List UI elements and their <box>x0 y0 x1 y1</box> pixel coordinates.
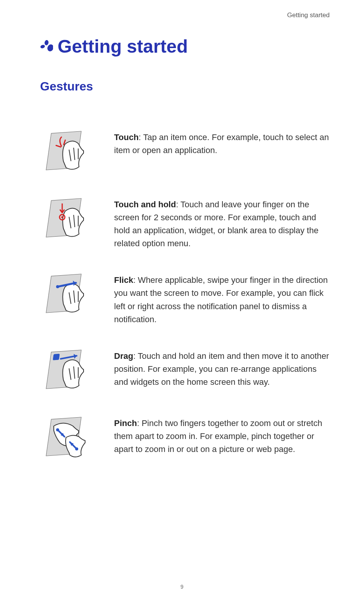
gesture-row-flick: Flick: Where applicable, swipe your fing… <box>42 271 330 326</box>
touch-hold-gesture-icon <box>42 196 92 242</box>
gesture-row-drag: Drag: Touch and hold an item and then mo… <box>42 347 330 393</box>
touch-gesture-icon <box>42 129 92 174</box>
petal-logo-icon <box>40 40 53 53</box>
svg-rect-25 <box>53 353 60 360</box>
gesture-text: Pinch: Pinch two fingers together to zoo… <box>114 415 330 456</box>
gesture-term: Touch and hold <box>114 200 176 209</box>
gesture-text: Drag: Touch and hold an item and then mo… <box>114 347 330 389</box>
drag-gesture-icon <box>42 347 92 393</box>
gesture-text: Touch and hold: Touch and leave your fin… <box>114 196 330 250</box>
section-heading: Gestures <box>40 79 330 94</box>
gesture-text: Flick: Where applicable, swipe your fing… <box>114 271 330 326</box>
gesture-row-touch: Touch: Tap an item once. For example, to… <box>42 129 330 174</box>
gesture-body: : Pinch two fingers together to zoom out… <box>114 418 322 454</box>
pinch-gesture-icon <box>42 415 92 460</box>
gesture-term: Touch <box>114 132 139 142</box>
gesture-term: Pinch <box>114 418 137 428</box>
page-number: 9 <box>0 584 364 590</box>
svg-point-0 <box>44 40 49 45</box>
gesture-term: Flick <box>114 275 133 285</box>
flick-gesture-icon <box>42 271 92 317</box>
gesture-row-pinch: Pinch: Pinch two fingers together to zoo… <box>42 415 330 460</box>
page-title: Getting started <box>58 37 188 56</box>
gesture-list: Touch: Tap an item once. For example, to… <box>40 129 330 460</box>
gesture-text: Touch: Tap an item once. For example, to… <box>114 129 330 157</box>
gesture-body: : Tap an item once. For example, touch t… <box>114 132 329 155</box>
gesture-body: : Touch and hold an item and then move i… <box>114 351 329 387</box>
running-header: Getting started <box>40 11 330 19</box>
gesture-row-touch-hold: Touch and hold: Touch and leave your fin… <box>42 196 330 250</box>
gesture-term: Drag <box>114 351 133 361</box>
document-page: Getting started Getting started Gestures <box>0 0 364 602</box>
svg-point-13 <box>61 216 63 218</box>
svg-point-1 <box>40 44 45 49</box>
page-title-row: Getting started <box>40 37 330 56</box>
gesture-body: : Where applicable, swipe your finger in… <box>114 275 328 324</box>
